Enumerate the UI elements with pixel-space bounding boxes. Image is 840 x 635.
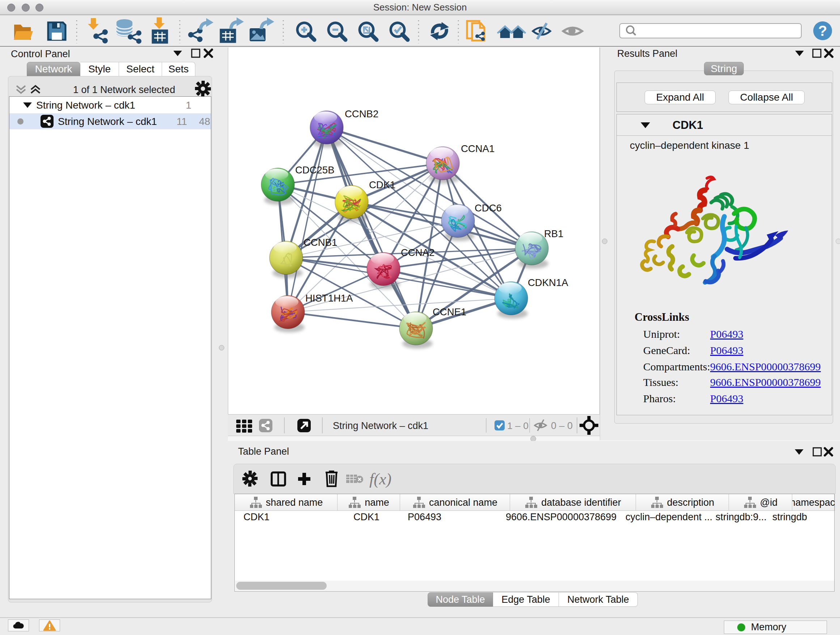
svg-text:f(x): f(x) [369,470,392,488]
svg-text:CDC6: CDC6 [475,203,502,214]
svg-text:String Network – cdk1: String Network – cdk1 [333,420,428,431]
svg-text:1 of 1 Network selected: 1 of 1 Network selected [73,84,175,95]
svg-text:0 – 0: 0 – 0 [551,420,573,431]
svg-text:?: ? [818,23,827,39]
svg-text:RB1: RB1 [544,228,564,239]
svg-text:CDK1: CDK1 [369,179,395,190]
svg-text:CCNB1: CCNB1 [303,237,337,248]
svg-text:CDC25B: CDC25B [295,165,335,176]
svg-text:CDKN1A: CDKN1A [528,277,568,288]
svg-text:HIST1H1A: HIST1H1A [305,293,353,304]
svg-text:CCNA1: CCNA1 [461,143,494,154]
svg-text:CCNA2: CCNA2 [401,247,434,258]
svg-text:CCNE1: CCNE1 [433,306,466,318]
svg-text:CCNB2: CCNB2 [345,108,378,119]
svg-text:1 – 0: 1 – 0 [507,420,529,431]
